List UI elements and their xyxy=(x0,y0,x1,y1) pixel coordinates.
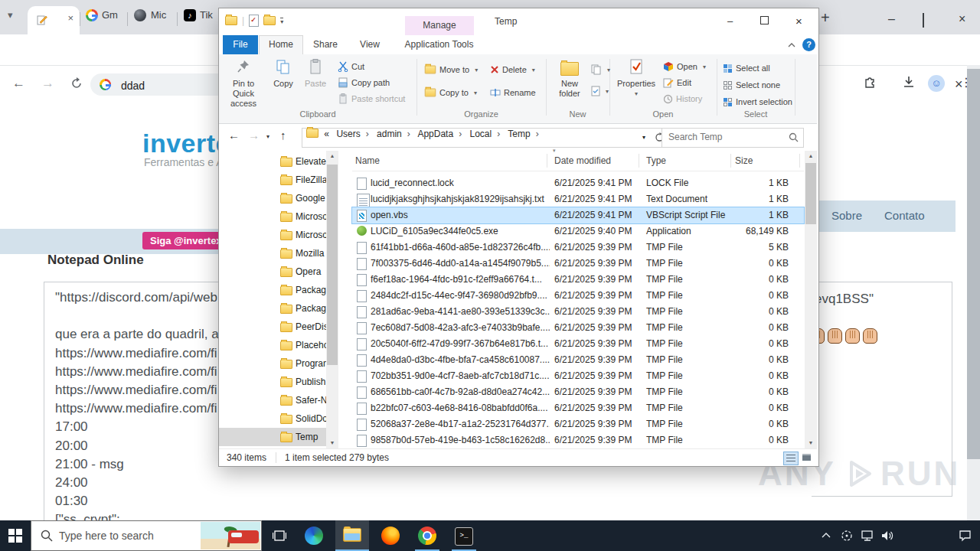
properties-qat-icon[interactable] xyxy=(249,15,259,27)
crumb-users[interactable]: Users xyxy=(336,129,360,139)
browser-tab-gmail[interactable]: Gm xyxy=(102,9,118,21)
tree-item-google[interactable]: Google xyxy=(219,189,326,207)
delete-button[interactable]: Delete xyxy=(490,62,535,77)
network-icon[interactable] xyxy=(861,530,874,542)
tray-agent-icon[interactable] xyxy=(841,530,853,542)
file-row[interactable]: 4d4e8da0-d3bc-4fbe-bfa7-ca458c610087....… xyxy=(352,352,804,368)
taskbar-chrome-button[interactable] xyxy=(412,520,443,551)
search-input[interactable] xyxy=(667,131,785,143)
collapse-ribbon-icon[interactable] xyxy=(787,42,796,48)
tree-item-opera[interactable]: Opera xyxy=(219,262,326,281)
crumb-admin[interactable]: admin xyxy=(377,129,402,139)
column-type[interactable]: Type xyxy=(646,155,666,166)
select-all-button[interactable]: Select all xyxy=(723,60,770,76)
easy-access-button[interactable] xyxy=(591,83,609,99)
tree-item-microso[interactable]: Microso xyxy=(219,207,326,226)
tree-item-publish[interactable]: Publish xyxy=(219,373,326,391)
edit-button[interactable]: Edit xyxy=(663,75,691,90)
start-button[interactable] xyxy=(0,520,31,551)
file-row[interactable]: LUCiD_6105a9ec344fe0c5.exe6/21/2025 9:40… xyxy=(352,223,804,240)
invert-selection-button[interactable]: Invert selection xyxy=(723,94,792,109)
close-button[interactable]: × xyxy=(782,11,816,31)
tab-view[interactable]: View xyxy=(349,35,390,54)
browser-tab-mic[interactable]: Mic xyxy=(151,9,166,21)
pin-to-quick-access-button[interactable]: Pin to Quick access xyxy=(222,57,265,109)
properties-button[interactable]: Properties xyxy=(616,57,657,99)
paste-shortcut-button[interactable]: Paste shortcut xyxy=(338,91,405,106)
taskbar-firefox-button[interactable] xyxy=(375,520,406,551)
file-row[interactable]: 7f003375-6d46-4dd0-a14a-a1454f9079b5....… xyxy=(352,256,804,272)
open-button[interactable]: Open xyxy=(663,59,706,74)
crumb-appdata[interactable]: AppData xyxy=(417,129,453,139)
scroll-up-icon[interactable]: ▲ xyxy=(805,151,817,161)
browser-close-button[interactable]: × xyxy=(959,12,965,26)
address-dropdown-icon[interactable]: ▾ xyxy=(637,128,652,148)
history-button[interactable]: History xyxy=(663,91,702,106)
minimize-button[interactable]: – xyxy=(713,11,747,31)
forward-icon[interactable]: → xyxy=(41,76,54,91)
search-highlight-art[interactable] xyxy=(201,522,260,549)
tree-scrollbar[interactable]: ▲ ▼ xyxy=(326,151,338,448)
tree-item-temp[interactable]: Temp xyxy=(219,428,326,446)
file-row[interactable]: lucid_reconnect.lock6/21/2025 9:41 PMLOC… xyxy=(352,175,804,191)
taskbar-edge-button[interactable] xyxy=(299,520,329,551)
extensions-icon[interactable] xyxy=(864,75,877,89)
rename-button[interactable]: Rename xyxy=(490,85,536,100)
browser-tab-tiktok[interactable]: Tik xyxy=(200,9,213,21)
file-row[interactable]: 686561bb-ca0f-4c7b-92a8-d8d0ea274c42...6… xyxy=(352,384,804,400)
file-row[interactable]: 2484dc2f-d15c-44ec-9f47-36980d92bfb9....… xyxy=(352,288,804,304)
profile-avatar[interactable]: ☺ xyxy=(928,75,945,92)
nav-link-about[interactable]: Sobre xyxy=(831,209,862,222)
browser-restore-button[interactable] xyxy=(923,14,924,28)
taskbar-explorer-button[interactable] xyxy=(335,520,369,551)
tree-item-mozilla[interactable]: Mozilla xyxy=(219,244,326,262)
nav-forward-icon[interactable]: → xyxy=(248,129,260,142)
list-scrollbar[interactable]: ▲ ▼ xyxy=(805,151,817,448)
copy-button[interactable]: Copy xyxy=(268,57,299,89)
page-close-icon[interactable]: × xyxy=(955,77,963,93)
select-none-button[interactable]: Select none xyxy=(723,77,780,93)
file-row[interactable]: b22bfc07-c603-4e68-8416-08babfdd0f6a....… xyxy=(352,400,804,416)
action-center-icon[interactable] xyxy=(959,530,972,542)
crumb-temp[interactable]: Temp xyxy=(508,129,530,139)
download-icon[interactable] xyxy=(902,75,916,89)
tree-item-soliddo[interactable]: SolidDo xyxy=(219,409,326,428)
file-row[interactable]: 7ec608d7-5d08-42a3-afc3-e74033b9bafe....… xyxy=(352,320,804,336)
contextual-tab-manage[interactable]: Manage xyxy=(405,16,474,35)
tree-item-filezilla[interactable]: FileZilla xyxy=(219,171,326,189)
file-row[interactable]: 281ad6ac-9eba-4141-ae80-393e51339c3c....… xyxy=(352,304,804,320)
recent-locations-icon[interactable]: ▾ xyxy=(266,133,270,140)
column-size[interactable]: Size xyxy=(735,155,753,166)
tree-item-placeho[interactable]: Placeho xyxy=(219,336,326,354)
list-scrollbar-thumb[interactable] xyxy=(805,163,816,224)
taskbar-search[interactable]: Type here to search xyxy=(31,520,262,551)
help-icon[interactable]: ? xyxy=(802,38,815,51)
tab-application-tools[interactable]: Application Tools xyxy=(394,35,485,54)
copy-to-button[interactable]: Copy to xyxy=(424,85,477,100)
page-scrollbar-thumb[interactable] xyxy=(967,69,980,459)
taskbar-terminal-button[interactable]: >_ xyxy=(449,520,479,551)
crumb-local[interactable]: Local xyxy=(469,129,492,139)
tab-file[interactable]: File xyxy=(223,35,258,54)
cut-button[interactable]: Cut xyxy=(338,59,364,74)
paste-button[interactable]: Paste xyxy=(300,57,331,89)
tree-item-packag[interactable]: Packag xyxy=(219,281,326,299)
move-to-button[interactable]: Move to xyxy=(424,62,478,77)
reload-icon[interactable] xyxy=(70,77,83,90)
new-folder-button[interactable]: New folder xyxy=(551,57,588,99)
file-row[interactable]: 702bb351-9d0e-4cf7-8aeb-afc7cb18d71c....… xyxy=(352,368,804,384)
tree-item-safer-n[interactable]: Safer-N xyxy=(219,391,326,409)
browser-tab-active[interactable]: × xyxy=(28,6,80,34)
nav-up-icon[interactable]: ↑ xyxy=(280,129,286,142)
task-view-button[interactable] xyxy=(266,520,292,551)
page-scrollbar[interactable] xyxy=(967,65,980,520)
breadcrumb[interactable]: « Users admin AppData Local Temp xyxy=(302,128,639,148)
nav-link-contact[interactable]: Contato xyxy=(884,209,925,222)
scroll-down-icon[interactable]: ▼ xyxy=(326,438,338,448)
volume-icon[interactable] xyxy=(880,530,894,542)
search-box[interactable] xyxy=(662,128,804,148)
new-item-button[interactable] xyxy=(591,62,610,77)
back-icon[interactable]: ← xyxy=(12,76,25,91)
tab-close-icon[interactable]: × xyxy=(67,13,74,24)
file-row[interactable]: lucidjkjaksghjhsjkahjskjak81929ijsahsjkj… xyxy=(352,191,804,207)
